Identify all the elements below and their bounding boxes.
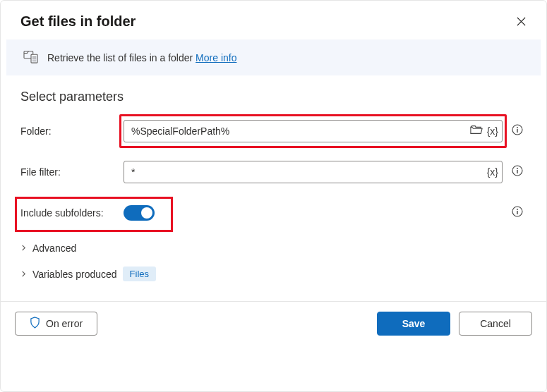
on-error-label: On error [46, 318, 83, 329]
variables-produced-section[interactable]: Variables produced Files [20, 267, 527, 281]
svg-point-3 [517, 127, 518, 128]
close-icon [516, 16, 527, 27]
chevron-right-icon [20, 244, 27, 252]
info-icon[interactable] [512, 206, 523, 220]
advanced-section[interactable]: Advanced [20, 243, 527, 254]
variable-picker-icon[interactable]: {x} [487, 166, 498, 178]
cancel-button[interactable]: Cancel [459, 312, 532, 336]
info-icon[interactable] [512, 124, 523, 138]
toggle-knob [141, 207, 152, 219]
svg-point-9 [517, 209, 518, 210]
include-subfolders-toggle[interactable] [124, 205, 155, 221]
more-info-link[interactable]: More info [196, 52, 236, 63]
folder-input[interactable] [124, 120, 503, 142]
svg-rect-4 [517, 129, 517, 133]
info-icon[interactable] [512, 165, 523, 179]
info-bar: Retrieve the list of files in a folder M… [6, 39, 541, 75]
shield-icon [30, 317, 40, 331]
file-filter-label: File filter: [20, 166, 118, 178]
svg-rect-10 [517, 211, 517, 214]
variable-badge[interactable]: Files [123, 267, 156, 281]
browse-folder-icon[interactable] [470, 124, 483, 138]
advanced-label: Advanced [32, 243, 76, 254]
variables-produced-label: Variables produced [32, 269, 117, 280]
dialog-title: Get files in folder [20, 13, 136, 30]
file-filter-input[interactable] [124, 161, 503, 183]
svg-point-6 [517, 168, 518, 169]
include-subfolders-label: Include subfolders: [20, 207, 118, 219]
folder-files-icon [23, 49, 39, 66]
svg-rect-7 [517, 170, 517, 173]
folder-label: Folder: [20, 125, 118, 137]
close-button[interactable] [513, 13, 529, 30]
section-title: Select parameters [20, 90, 527, 104]
on-error-button[interactable]: On error [15, 312, 97, 336]
variable-picker-icon[interactable]: {x} [487, 125, 498, 137]
info-text: Retrieve the list of files in a folder [47, 52, 193, 63]
save-button[interactable]: Save [377, 312, 450, 336]
chevron-right-icon [20, 270, 27, 278]
